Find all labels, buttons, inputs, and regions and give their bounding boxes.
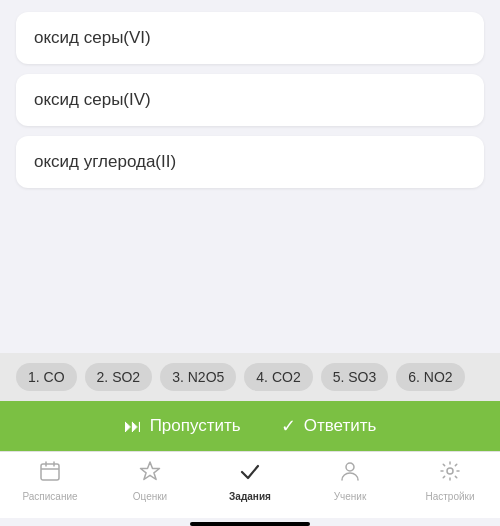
option-3-text: оксид углерода(II) <box>34 152 176 171</box>
formula-chip-4[interactable]: 4. CO2 <box>244 363 312 391</box>
bottom-nav: Расписание Оценки Задания Ученик <box>0 451 500 518</box>
settings-icon <box>439 460 461 488</box>
skip-label: Пропустить <box>150 416 241 436</box>
formula-chip-1[interactable]: 1. CO <box>16 363 77 391</box>
answer-label: Ответить <box>304 416 377 436</box>
formula-chip-2[interactable]: 2. SO2 <box>85 363 153 391</box>
formulas-bar: 1. CO 2. SO2 3. N2O5 4. CO2 5. SO3 6. NO… <box>0 353 500 401</box>
tasks-icon <box>239 460 261 488</box>
schedule-label: Расписание <box>22 491 77 502</box>
svg-point-6 <box>447 468 453 474</box>
grades-label: Оценки <box>133 491 167 502</box>
option-1-text: оксид серы(VI) <box>34 28 151 47</box>
skip-button[interactable]: ⏭ Пропустить <box>124 416 241 437</box>
home-indicator <box>190 522 310 526</box>
nav-item-schedule[interactable]: Расписание <box>0 460 100 502</box>
option-2-text: оксид серы(IV) <box>34 90 151 109</box>
answer-check-icon: ✓ <box>281 415 296 437</box>
tasks-label: Задания <box>229 491 271 502</box>
formula-chip-5[interactable]: 5. SO3 <box>321 363 389 391</box>
student-icon <box>339 460 361 488</box>
nav-item-tasks[interactable]: Задания <box>200 460 300 502</box>
schedule-icon <box>39 460 61 488</box>
formula-chip-3[interactable]: 3. N2O5 <box>160 363 236 391</box>
nav-item-settings[interactable]: Настройки <box>400 460 500 502</box>
student-label: Ученик <box>334 491 367 502</box>
settings-label: Настройки <box>425 491 474 502</box>
nav-item-grades[interactable]: Оценки <box>100 460 200 502</box>
nav-item-student[interactable]: Ученик <box>300 460 400 502</box>
skip-icon: ⏭ <box>124 416 142 437</box>
formula-chip-6[interactable]: 6. NO2 <box>396 363 464 391</box>
svg-point-5 <box>346 463 354 471</box>
option-1[interactable]: оксид серы(VI) <box>16 12 484 64</box>
svg-rect-0 <box>41 464 59 480</box>
options-area: оксид серы(VI) оксид серы(IV) оксид угле… <box>0 0 500 353</box>
grades-icon <box>139 460 161 488</box>
svg-marker-4 <box>141 462 160 480</box>
answer-button[interactable]: ✓ Ответить <box>281 415 377 437</box>
option-3[interactable]: оксид углерода(II) <box>16 136 484 188</box>
option-2[interactable]: оксид серы(IV) <box>16 74 484 126</box>
action-bar: ⏭ Пропустить ✓ Ответить <box>0 401 500 451</box>
